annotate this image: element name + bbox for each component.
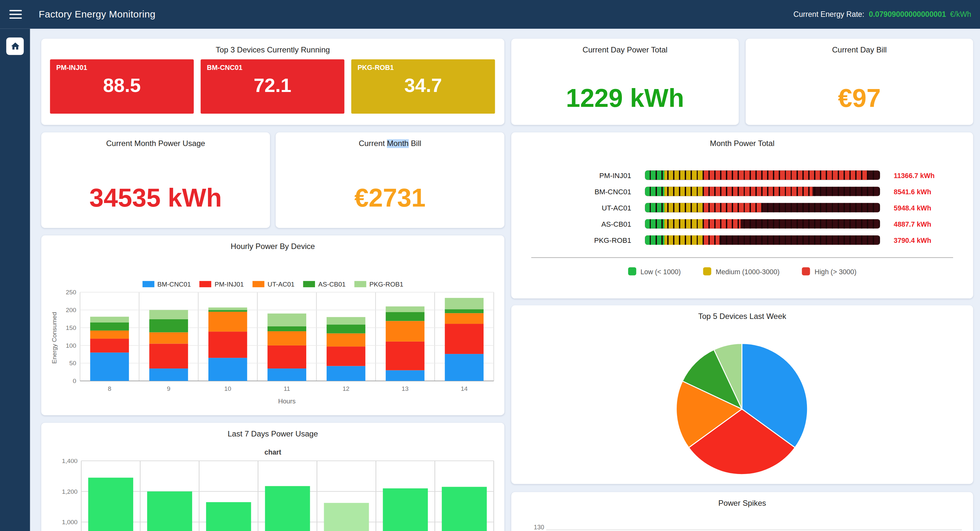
legend-label: PM-INJ01 [215,281,244,288]
usage-value: 5948.4 kWh [894,204,931,211]
month-device-row: AS-CB014887.7 kWh [511,219,973,228]
segment-stripes [645,203,880,212]
svg-text:200: 200 [66,307,76,314]
card-title: Top 3 Devices Currently Running [41,39,504,54]
svg-text:100: 100 [66,342,76,349]
last7-bar-chart: 1,4001,2001,000 [41,459,504,531]
svg-text:0: 0 [73,377,76,384]
month-device-row: BM-CNC018541.6 kWh [511,187,973,196]
month-device-row: PM-INJ0111366.7 kWh [511,171,973,180]
divider [531,257,953,258]
legend-swatch [200,281,212,287]
device-tile-pm-inj01: PM-INJ0188.5 [50,59,194,114]
svg-text:11: 11 [283,385,290,392]
usage-bar [645,219,880,228]
usage-bar [645,171,880,180]
legend-swatch [703,267,711,275]
threshold-legend: Low (< 1000)Medium (1000-3000)High (> 30… [511,267,973,275]
legend-swatch [628,267,636,275]
device-tile-pkg-rob1: PKG-ROB134.7 [351,59,495,114]
menu-icon[interactable] [10,10,22,19]
svg-text:12: 12 [342,385,349,392]
app-title: Factory Energy Monitoring [39,9,156,20]
card-hourly-power: Hourly Power By Device BM-CNC01PM-INJ01U… [41,235,504,415]
month-device-row: PKG-ROB13790.4 kWh [511,235,973,245]
svg-text:1,400: 1,400 [62,459,78,464]
device-power-value: 72.1 [200,74,345,97]
svg-text:1,200: 1,200 [62,488,78,495]
svg-text:13: 13 [401,385,408,392]
card-title: Hourly Power By Device [41,235,504,251]
day-power-total-value: 1229 kWh [511,84,739,113]
legend-item: Low (< 1000) [628,267,681,275]
month-power-usage-value: 34535 kWh [41,184,270,213]
legend-swatch [253,281,264,287]
card-top5-last-week: Top 5 Devices Last Week [511,305,973,484]
svg-text:Hours: Hours [278,398,296,405]
card-day-bill: Current Day Bill €97 [746,39,973,125]
card-day-power-total: Current Day Power Total 1229 kWh [511,39,739,125]
card-month-power-total: Month Power Total PM-INJ0111366.7 kWhBM-… [511,132,973,298]
card-last7-days: Last 7 Days Power Usage chart 1,4001,200… [41,423,504,531]
segment-stripes [645,219,880,228]
month-bill-value: €2731 [275,184,504,213]
dashboard: Factory Energy Monitoring Current Energy… [0,0,980,531]
top-bar: Factory Energy Monitoring Current Energy… [0,0,980,29]
y-tick-label: 130 [534,524,544,531]
svg-text:10: 10 [224,385,231,392]
usage-bar [645,235,880,245]
title-part-selected: Month [387,139,409,148]
home-button[interactable] [6,38,24,55]
day-bill-value: €97 [746,84,973,113]
energy-rate-unit: €/kWh [950,10,971,19]
energy-rate-label: Current Energy Rate: [793,10,864,19]
top5-pie-chart [511,305,973,484]
usage-value: 3790.4 kWh [894,236,931,244]
legend-label: Low (< 1000) [640,268,681,275]
legend-label: High (> 3000) [815,268,856,275]
device-name: PM-INJ01 [56,64,88,71]
device-label: UT-AC01 [511,204,631,211]
svg-text:150: 150 [66,325,76,331]
legend-item: BM-CNC01 [142,281,191,288]
usage-bar [645,203,880,212]
device-label: PM-INJ01 [511,171,631,179]
menu-bar [10,14,22,15]
svg-text:8: 8 [108,385,111,392]
legend-item: UT-AC01 [253,281,294,288]
legend-label: Medium (1000-3000) [716,268,780,275]
svg-text:1,000: 1,000 [62,519,78,526]
legend-label: PKG-ROB1 [369,281,404,288]
hourly-stacked-bar-chart: 050100150200250891011121314HoursEnergy C… [41,288,504,415]
usage-value: 4887.7 kWh [894,220,931,228]
menu-bar [10,10,22,12]
segment-stripes [645,235,880,245]
usage-value: 8541.6 kWh [894,188,931,195]
legend-swatch [355,281,366,287]
card-month-power-usage: Current Month Power Usage 34535 kWh [41,132,270,228]
segment-stripes [645,187,880,196]
legend-swatch [802,267,810,275]
legend-item: AS-CB01 [303,281,346,288]
gridline [546,529,962,530]
device-power-value: 34.7 [351,74,495,97]
card-title: Last 7 Days Power Usage [41,423,504,438]
usage-bar [645,187,880,196]
home-icon [10,41,21,51]
legend-swatch [303,281,315,287]
segment-stripes [645,171,880,180]
legend-item: PKG-ROB1 [355,281,404,288]
svg-text:250: 250 [66,289,76,296]
card-title: Current Month Power Usage [41,132,270,148]
device-label: PKG-ROB1 [511,236,631,244]
device-power-value: 88.5 [50,74,194,97]
legend-label: UT-AC01 [268,281,294,288]
usage-value: 11366.7 kWh [894,171,935,179]
series-legend: BM-CNC01PM-INJ01UT-AC01AS-CB01PKG-ROB1 [41,281,504,288]
month-device-rows: PM-INJ0111366.7 kWhBM-CNC018541.6 kWhUT-… [511,171,973,252]
svg-text:50: 50 [69,360,76,366]
device-tile-bm-cnc01: BM-CNC0172.1 [200,59,345,114]
device-name: BM-CNC01 [207,64,242,71]
svg-text:9: 9 [167,385,170,392]
device-tiles: PM-INJ0188.5BM-CNC0172.1PKG-ROB134.7 [50,59,495,114]
